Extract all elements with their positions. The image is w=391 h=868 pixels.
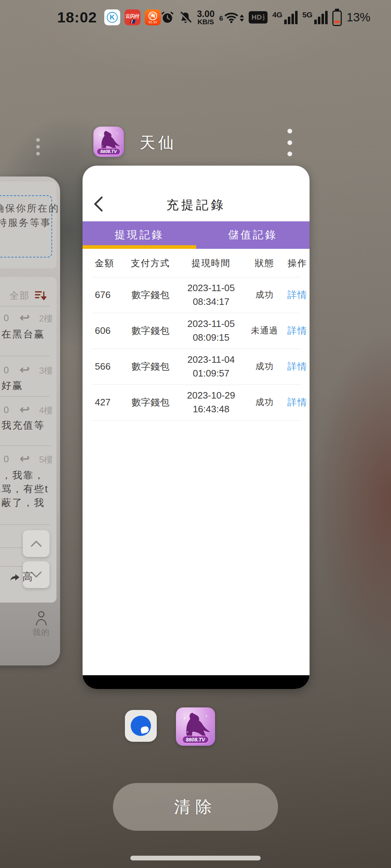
floor-label: 3樓 — [39, 365, 52, 376]
dock-icon-tianxian[interactable]: 8808.TV — [176, 707, 215, 746]
tab-withdraw-records[interactable]: 提現記錄 — [83, 221, 196, 249]
dock-icon-quark[interactable] — [125, 710, 157, 742]
cell-status: 未通過 — [244, 325, 285, 336]
reply-icon[interactable]: ↩ — [20, 402, 30, 417]
android-recents-screen: 18:02 K 云闪付 淘 11.11 — [0, 0, 391, 868]
like-count: 0 — [4, 312, 9, 324]
hd-label: HD — [252, 13, 262, 21]
cell-time: 2023-11-0508:09:15 — [178, 317, 244, 344]
details-link[interactable]: 詳情 — [287, 289, 308, 300]
wifi-indicator: 6 — [219, 12, 244, 23]
app-nav-black-bar — [83, 675, 310, 689]
status-bar-right: 3.00 KB/S 6 HD 1 2 — [161, 9, 370, 26]
app-icon-tianxian[interactable]: 8808.TV — [93, 127, 124, 157]
previous-app-card[interactable]: 确保你所在的 持服务等事 全部 0 ↩ 2樓 ，在黑台赢 — [0, 176, 60, 665]
col-header-action: 操作 — [285, 257, 310, 269]
record-tabs: 提現記錄 儲值記錄 — [83, 221, 310, 249]
battery-percent: 13% — [346, 10, 370, 24]
network-speed: 3.00 KB/S — [197, 9, 215, 26]
unionpay-label: 云闪付 — [125, 13, 139, 20]
cell-method: 數字錢包 — [122, 324, 178, 337]
comment-text: 就骂，有些t — [0, 482, 49, 495]
thumbs-up-icon[interactable] — [0, 404, 1, 415]
col-header-status: 狀態 — [244, 257, 285, 269]
separator — [0, 446, 50, 446]
unionpay-flag-icon — [130, 20, 135, 24]
details-link[interactable]: 詳情 — [287, 325, 308, 336]
separator — [0, 396, 50, 397]
reply-icon[interactable]: ↩ — [20, 362, 30, 377]
thumbs-up-icon[interactable] — [0, 365, 1, 375]
scroll-up-button[interactable] — [23, 530, 50, 557]
table-row: 606 數字錢包 2023-11-0508:09:15 未通過 詳情 — [83, 313, 310, 349]
sort-icon[interactable] — [35, 290, 46, 301]
separator — [91, 420, 301, 421]
comment-text: 让我充值等 — [0, 419, 45, 432]
cell-time: 2023-10-2916:43:48 — [178, 388, 244, 416]
person-icon — [35, 610, 48, 626]
comment-meta-row: 0 ↩ 5樓 — [0, 453, 56, 467]
comment-meta-row: 0 ↩ 4樓 — [0, 404, 56, 418]
chevron-up-icon — [30, 540, 42, 547]
comment-meta-row: 0 ↩ 2樓 — [0, 312, 56, 326]
notice-text-line1: 确保你所在的 — [0, 202, 59, 215]
current-app-card[interactable]: 充提記錄 提現記錄 儲值記錄 金額 支付方式 提現時間 狀態 操作 676 數字… — [83, 166, 310, 689]
current-app-name: 天仙 — [140, 132, 177, 153]
page-title: 充提記錄 — [83, 197, 310, 213]
details-link[interactable]: 詳情 — [287, 397, 308, 408]
separator — [0, 356, 50, 356]
cell-action: 詳情 — [285, 360, 310, 373]
network-speed-unit: KB/S — [197, 18, 215, 25]
separator — [0, 524, 50, 525]
comment-text: 啊，我靠， — [0, 469, 45, 482]
table-header-row: 金額 支付方式 提現時間 狀態 操作 — [83, 249, 310, 277]
comment-text: 屏蔽了，我 — [0, 496, 45, 509]
taobao-1111-label: 11.11 — [148, 20, 157, 24]
share-button[interactable]: 高 — [9, 570, 33, 584]
alarm-icon — [161, 11, 174, 24]
comment-text: 子好赢 — [0, 379, 23, 392]
signal-bars-icon — [284, 11, 298, 24]
quark-logo-icon — [131, 716, 151, 736]
volte-hd-icon: HD 1 2 — [249, 11, 268, 24]
sim1-signal: 4G — [272, 11, 298, 24]
cell-amount: 606 — [83, 325, 122, 336]
separator — [0, 306, 50, 306]
reply-icon[interactable]: ↩ — [20, 451, 30, 466]
k-letter: K — [107, 12, 118, 23]
notification-icon-taobao: 淘 11.11 — [145, 9, 161, 25]
wifi6-badge: 6 — [219, 14, 223, 22]
clear-all-label: 清除 — [174, 796, 217, 818]
col-header-method: 支付方式 — [122, 257, 178, 269]
app-icon-badge: 8808.TV — [96, 148, 121, 155]
cell-status: 成功 — [244, 289, 285, 301]
thumbs-up-icon[interactable] — [0, 312, 1, 323]
cell-status: 成功 — [244, 361, 285, 372]
sim2-type-label: 5G — [302, 10, 312, 19]
current-card-menu-dots[interactable] — [282, 129, 297, 156]
home-indicator[interactable] — [130, 856, 261, 860]
tab-deposit-records[interactable]: 儲值記錄 — [196, 221, 310, 249]
hd-sim2: 2 — [263, 17, 265, 21]
cell-method: 數字錢包 — [122, 396, 178, 409]
filter-all-button[interactable]: 全部 — [9, 289, 30, 302]
cell-status: 成功 — [244, 396, 285, 408]
nav-mine[interactable]: 我的 — [30, 610, 52, 638]
sim2-signal: 5G — [302, 11, 328, 24]
notification-icon-unionpay: 云闪付 — [125, 9, 140, 25]
app-icon-badge: 8808.TV — [182, 736, 209, 744]
floor-label: 4樓 — [39, 405, 52, 416]
input-line — [0, 548, 23, 548]
col-header-amount: 金額 — [83, 257, 122, 269]
battery-icon — [332, 9, 342, 26]
reply-icon[interactable]: ↩ — [20, 310, 30, 325]
col-header-time: 提現時間 — [178, 257, 244, 269]
input-line — [0, 566, 23, 567]
thumbs-up-icon[interactable] — [0, 454, 1, 464]
like-count: 0 — [4, 454, 9, 465]
details-link[interactable]: 詳情 — [287, 361, 308, 372]
comment-text: ，在黑台赢 — [0, 328, 45, 341]
taobao-letter: 淘 — [148, 12, 157, 20]
clear-all-button[interactable]: 清除 — [113, 783, 278, 831]
cell-amount: 566 — [83, 361, 122, 372]
